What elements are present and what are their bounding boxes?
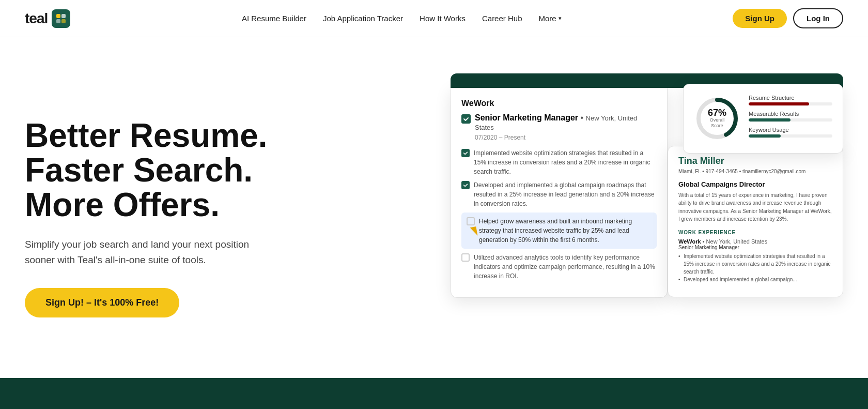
preview-wrapper: WeWork Senior Marketing Manager • New Yo…	[451, 73, 843, 363]
bar-track-3	[749, 134, 832, 138]
hero-cta-button[interactable]: Sign Up! – It's 100% Free!	[25, 288, 179, 317]
hero-headline-line3: More Offers.	[25, 186, 220, 223]
score-bar-keyword: Keyword Usage	[749, 127, 832, 138]
bullet-check-2	[461, 181, 470, 189]
bullet-check-4	[461, 253, 470, 262]
bullet-item-3-highlighted: Helped grow awareness and built an inbou…	[461, 213, 657, 249]
cursor-icon	[470, 226, 478, 237]
bullet-item-2: Developed and implemented a global campa…	[461, 180, 657, 208]
hero-section: Better Resume. Faster Search. More Offer…	[0, 37, 868, 378]
bar-label-3: Keyword Usage	[749, 127, 832, 133]
nav-links: AI Resume Builder Job Application Tracke…	[242, 14, 562, 23]
bar-fill-1	[749, 102, 809, 105]
logo[interactable]: teal	[25, 9, 70, 28]
nav-ai-resume-builder[interactable]: AI Resume Builder	[242, 14, 306, 23]
hero-left: Better Resume. Faster Search. More Offer…	[25, 118, 268, 317]
score-bar-resume-structure: Resume Structure	[749, 95, 832, 105]
rp-work-bullet-1: Implemented website optimization strateg…	[678, 252, 832, 276]
bullet-item-4: Utilized advanced analytics tools to ide…	[461, 253, 657, 281]
bullet-text-2: Developed and implemented a global campa…	[474, 180, 657, 208]
footer-teal-bar	[0, 378, 868, 409]
svg-rect-0	[56, 14, 60, 18]
donut-label: 67% Overall Score	[706, 108, 729, 129]
bar-track-1	[749, 102, 832, 105]
bullet-text-1: Implemented website optimization strateg…	[474, 148, 657, 176]
nav-more-label: More	[539, 14, 556, 23]
resume-preview-title: Global Campaigns Director	[678, 180, 832, 188]
bar-label-2: Measurable Results	[749, 111, 832, 117]
resume-edit-card: WeWork Senior Marketing Manager • New Yo…	[451, 88, 668, 298]
bullet-text-3: Helped grow awareness and built an inbou…	[479, 217, 652, 245]
logo-icon	[52, 9, 70, 28]
score-label: Overall Score	[706, 117, 729, 129]
bullet-check-1	[461, 149, 470, 157]
hero-subtext: Simplify your job search and land your n…	[25, 237, 262, 267]
score-bar-measurable: Measurable Results	[749, 111, 832, 122]
resume-preview-name: Tina Miller	[678, 156, 832, 166]
hero-headline-line1: Better Resume.	[25, 117, 268, 154]
resume-preview-body: With a total of 15 years of experience i…	[678, 191, 832, 223]
svg-rect-2	[56, 19, 60, 23]
resume-preview-contact: Miami, FL • 917-494-3465 • tinamillernyc…	[678, 169, 832, 174]
nav-actions: Sign Up Log In	[733, 8, 843, 28]
job-title: Senior Marketing Manager • New York, Uni…	[475, 113, 657, 132]
resume-work-item-1: WeWork • New York, United States Senior …	[678, 238, 832, 283]
bar-label-1: Resume Structure	[749, 95, 832, 101]
bullet-item-1: Implemented website optimization strateg…	[461, 148, 657, 176]
bar-track-2	[749, 118, 832, 122]
check-icon-green	[461, 114, 471, 124]
job-title-row: Senior Marketing Manager • New York, Uni…	[461, 113, 657, 132]
nav-career-hub[interactable]: Career Hub	[482, 14, 522, 23]
resume-work-section-label: WORK EXPERIENCE	[678, 230, 832, 235]
resume-company: WeWork	[461, 99, 657, 108]
chevron-down-icon: ▾	[559, 15, 562, 22]
svg-rect-1	[61, 14, 66, 18]
nav-job-application-tracker[interactable]: Job Application Tracker	[323, 14, 403, 23]
bar-fill-3	[749, 134, 781, 138]
rp-work-company: WeWork • New York, United States	[678, 238, 832, 245]
hero-right: WeWork Senior Marketing Manager • New Yo…	[299, 73, 844, 363]
logo-text: teal	[25, 10, 48, 27]
login-button[interactable]: Log In	[793, 8, 843, 28]
bar-fill-2	[749, 118, 791, 122]
score-card: 67% Overall Score Resume Structure Me	[683, 84, 843, 154]
svg-rect-3	[61, 19, 66, 23]
signup-button[interactable]: Sign Up	[733, 9, 787, 28]
rp-work-bullet-2: Developed and implemented a global campa…	[678, 276, 832, 283]
nav-how-it-works[interactable]: How It Works	[420, 14, 466, 23]
donut-chart: 67% Overall Score	[694, 95, 740, 142]
bullet-text-4: Utilized advanced analytics tools to ide…	[474, 253, 657, 281]
job-date: 07/2020 – Present	[475, 134, 657, 141]
hero-headline-line2: Faster Search.	[25, 152, 253, 189]
score-percentage: 67%	[706, 108, 729, 117]
bullet-check-3	[467, 217, 475, 225]
rp-work-role: Senior Marketing Manager	[678, 245, 832, 250]
score-bars: Resume Structure Measurable Results	[749, 95, 832, 143]
resume-preview-card: Tina Miller Miami, FL • 917-494-3465 • t…	[668, 146, 843, 297]
hero-headline: Better Resume. Faster Search. More Offer…	[25, 118, 268, 223]
navbar: teal AI Resume Builder Job Application T…	[0, 0, 868, 37]
score-inner: 67% Overall Score Resume Structure Me	[694, 95, 832, 143]
nav-more[interactable]: More ▾	[539, 14, 562, 23]
